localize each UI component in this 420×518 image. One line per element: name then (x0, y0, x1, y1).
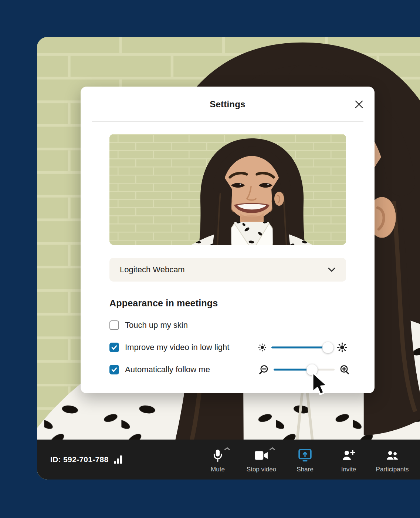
camera-select-dropdown[interactable]: Logitech Webcam (109, 258, 346, 282)
stop-video-button[interactable]: Stop video (244, 446, 279, 473)
zoom-out-icon (258, 364, 269, 375)
share-button[interactable]: Share (288, 446, 322, 473)
video-call-window: Settings Logitech Webcam (37, 37, 420, 480)
person-add-icon (342, 450, 355, 461)
auto-follow-checkbox[interactable] (109, 365, 119, 374)
settings-modal-header: Settings (81, 87, 375, 122)
option-label: Improve my video in low light (125, 343, 229, 352)
participants-button[interactable]: Participants (375, 446, 410, 473)
invite-button[interactable]: Invite (331, 446, 366, 473)
meeting-toolbar: ID: 592-701-788 (37, 440, 420, 480)
webcam-preview-svg (109, 134, 346, 245)
option-improve-low-light[interactable]: Improve my video in low light (109, 342, 346, 353)
toolbar-buttons: Mute Stop video (200, 446, 410, 473)
video-options-chevron-icon[interactable] (269, 446, 275, 452)
camera-select-value: Logitech Webcam (120, 265, 185, 275)
mute-button[interactable]: Mute (200, 446, 235, 473)
brightness-slider-knob[interactable] (322, 342, 333, 353)
brightness-low-icon (258, 343, 267, 352)
improve-low-light-checkbox[interactable] (109, 343, 119, 352)
mouse-pointer-icon (308, 371, 331, 398)
mute-options-chevron-icon[interactable] (224, 446, 230, 452)
meeting-id-text: ID: 592-701-788 (50, 455, 108, 464)
zoom-in-icon (339, 364, 350, 375)
appearance-section-heading: Appearance in meetings (109, 298, 346, 309)
signal-bars-icon (114, 455, 123, 464)
mute-label: Mute (211, 466, 225, 473)
settings-modal: Settings Logitech Webcam (81, 87, 375, 393)
checkmark-icon (111, 366, 118, 373)
option-touch-up-skin[interactable]: Touch up my skin (109, 320, 346, 331)
share-screen-icon (298, 448, 312, 462)
slider-fill (271, 347, 328, 349)
option-label: Touch up my skin (125, 320, 188, 330)
zoom-slider (258, 364, 350, 375)
stop-video-label: Stop video (247, 466, 276, 473)
close-icon (355, 100, 363, 109)
video-camera-icon (255, 451, 268, 460)
meeting-id: ID: 592-701-788 (50, 455, 123, 464)
settings-title: Settings (81, 87, 375, 122)
webcam-preview-image (109, 134, 346, 245)
invite-label: Invite (341, 466, 356, 473)
settings-modal-body: Logitech Webcam Appearance in meetings T… (81, 122, 375, 375)
zoom-slider-track[interactable] (274, 369, 335, 371)
brightness-slider-track[interactable] (271, 347, 332, 349)
share-label: Share (297, 466, 313, 473)
option-label: Automatically follow me (125, 365, 210, 374)
participants-label: Participants (376, 466, 409, 473)
header-divider (92, 121, 363, 122)
microphone-icon (213, 448, 223, 462)
touch-up-skin-checkbox[interactable] (109, 320, 119, 330)
close-button[interactable] (353, 98, 365, 110)
brightness-high-icon (337, 343, 347, 353)
brightness-slider (258, 343, 347, 353)
participants-icon (385, 450, 399, 461)
chevron-down-icon (328, 267, 336, 272)
checkmark-icon (111, 344, 118, 351)
